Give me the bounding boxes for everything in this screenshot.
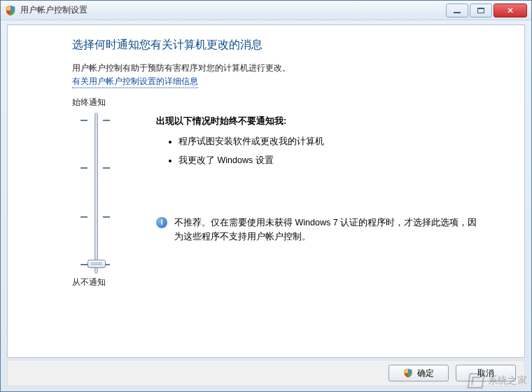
client-area: 选择何时通知您有关计算机更改的消息 用户帐户控制有助于预防有害程序对您的计算机进… <box>7 24 525 358</box>
window-controls: ✕ <box>444 4 527 18</box>
uac-settings-window: 用户帐户控制设置 ✕ 选择何时通知您有关计算机更改的消息 用户帐户控制有助于预防… <box>0 0 532 392</box>
notification-level-slider[interactable] <box>72 113 156 274</box>
dialog-button-row: 确定 取消 <box>7 360 525 386</box>
slider-tick <box>80 216 110 217</box>
page-heading: 选择何时通知您有关计算机更改的消息 <box>72 38 524 52</box>
shield-icon <box>5 5 16 16</box>
window-title: 用户帐户控制设置 <box>20 4 88 16</box>
description-text: 用户帐户控制有助于预防有害程序对您的计算机进行更改。 <box>72 62 524 74</box>
recommendation-text: 不推荐。仅在需要使用未获得 Windows 7 认证的程序时，才选择此选项，因为… <box>174 216 482 244</box>
recommendation-note: i 不推荐。仅在需要使用未获得 Windows 7 认证的程序时，才选择此选项，… <box>156 216 482 244</box>
slider-thumb[interactable] <box>88 260 106 268</box>
cancel-button[interactable]: 取消 <box>456 365 516 382</box>
level-bullet: 程序试图安装软件或更改我的计算机 <box>178 136 482 148</box>
ok-button[interactable]: 确定 <box>388 365 449 382</box>
level-subheading: 出现以下情况时始终不要通知我: <box>156 115 482 127</box>
level-bullet: 我更改了 Windows 设置 <box>178 155 482 167</box>
minimize-button[interactable] <box>446 4 468 18</box>
slider-track <box>94 113 98 274</box>
ok-button-label: 确定 <box>417 368 434 379</box>
cancel-button-label: 取消 <box>477 368 494 379</box>
slider-column: 始终通知 从不通知 <box>72 95 156 288</box>
slider-tick <box>80 167 110 168</box>
level-description-panel: 出现以下情况时始终不要通知我: 程序试图安装软件或更改我的计算机 我更改了 Wi… <box>156 95 524 288</box>
slider-top-label: 始终通知 <box>72 97 156 108</box>
close-icon: ✕ <box>507 6 514 15</box>
titlebar[interactable]: 用户帐户控制设置 ✕ <box>1 1 531 20</box>
help-link[interactable]: 有关用户帐户控制设置的详细信息 <box>72 76 198 88</box>
maximize-icon <box>477 8 484 13</box>
close-button[interactable]: ✕ <box>493 4 527 18</box>
maximize-button[interactable] <box>470 4 492 18</box>
shield-icon <box>403 368 413 378</box>
slider-bottom-label: 从不通知 <box>72 276 156 288</box>
info-icon: i <box>156 217 167 228</box>
minimize-icon <box>454 12 461 13</box>
slider-tick <box>80 120 110 120</box>
